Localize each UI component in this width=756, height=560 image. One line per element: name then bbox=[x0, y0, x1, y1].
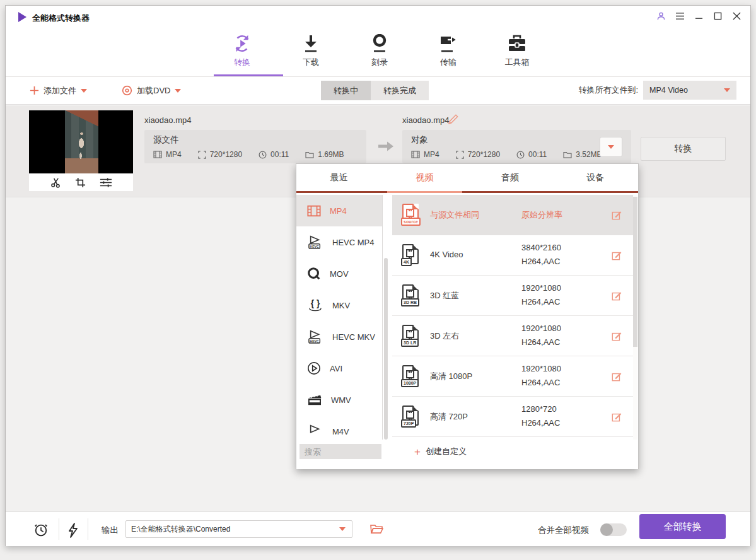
edit-preset-icon[interactable] bbox=[612, 412, 622, 422]
download-icon bbox=[303, 32, 319, 55]
preset-file-icon: 1080P bbox=[402, 365, 419, 385]
panel-tab-audio[interactable]: 音频 bbox=[467, 164, 553, 191]
preset-list: source 与源文件相同 原始分辨率 4K 4K Video 3840*216… bbox=[392, 195, 634, 437]
transfer-icon bbox=[439, 32, 458, 55]
svg-text:HEVC: HEVC bbox=[310, 339, 320, 343]
convert-icon bbox=[232, 32, 252, 55]
create-custom-label: 创建自定义 bbox=[426, 446, 467, 457]
source-box-title: 源文件 bbox=[153, 134, 179, 146]
preset-row-3d-rb[interactable]: 3D RB 3D 红蓝 1920*1080 H264,AAC bbox=[392, 276, 634, 316]
preset-file-icon: 720P bbox=[402, 405, 419, 426]
high-speed-icon[interactable] bbox=[67, 523, 79, 538]
wmv-clapper-icon bbox=[307, 394, 322, 406]
trim-scissors-icon[interactable] bbox=[50, 177, 61, 188]
format-label: HEVC MKV bbox=[332, 332, 375, 342]
preset-row-3d-lr[interactable]: 3D LR 3D 左右 1920*1080 H264,AAC bbox=[392, 316, 634, 356]
output-label: 输出 bbox=[102, 525, 119, 536]
burn-disc-icon bbox=[371, 32, 388, 55]
format-item-m4v[interactable]: M4V bbox=[296, 416, 382, 440]
tab-burn-label: 刻录 bbox=[371, 57, 388, 68]
merge-toggle[interactable] bbox=[600, 523, 627, 536]
maximize-icon[interactable] bbox=[712, 11, 723, 21]
panel-tab-device[interactable]: 设备 bbox=[553, 164, 639, 191]
open-folder-icon[interactable] bbox=[370, 523, 383, 535]
format-item-avi[interactable]: AVI bbox=[296, 353, 382, 384]
edit-preset-icon[interactable] bbox=[612, 331, 622, 341]
output-format-select[interactable]: MP4 Video bbox=[643, 81, 736, 100]
chevron-down-icon[interactable] bbox=[339, 527, 346, 531]
format-label: AVI bbox=[330, 364, 342, 373]
plus-icon bbox=[30, 86, 39, 95]
hevc-play-icon: HEVC bbox=[307, 330, 323, 344]
target-format: MP4 bbox=[411, 150, 439, 159]
format-item-mp4[interactable]: MP4 bbox=[296, 195, 382, 226]
effects-sliders-icon[interactable] bbox=[100, 177, 112, 188]
format-item-mkv[interactable]: { } MKV bbox=[296, 289, 382, 321]
format-label: M4V bbox=[332, 427, 349, 436]
video-thumbnail bbox=[29, 110, 133, 191]
edit-preset-icon[interactable] bbox=[612, 291, 622, 301]
app-window: 全能格式转换器 bbox=[5, 5, 751, 546]
tab-burn[interactable]: 刻录 bbox=[351, 28, 408, 70]
preset-list-scrollbar[interactable] bbox=[633, 195, 637, 468]
edit-preset-icon[interactable] bbox=[612, 371, 622, 382]
format-label: MKV bbox=[332, 301, 350, 310]
format-label: WMV bbox=[331, 395, 351, 405]
convert-all-to-label: 转换所有文件到: bbox=[578, 85, 638, 96]
resolution-icon bbox=[198, 151, 206, 159]
format-panel-tabs: 最近 视频 音频 设备 bbox=[296, 164, 638, 193]
panel-tab-video[interactable]: 视频 bbox=[382, 164, 468, 191]
convert-all-button[interactable]: 全部转换 bbox=[639, 514, 726, 539]
divider bbox=[59, 518, 59, 540]
output-path-input[interactable] bbox=[126, 525, 339, 534]
menu-icon[interactable] bbox=[675, 11, 685, 21]
toolbar: 添加文件 加载DVD 转换中 转换完成 转换所有文件到: MP4 Video bbox=[6, 77, 750, 105]
format-list-scrollbar[interactable] bbox=[384, 195, 388, 440]
edit-preset-icon[interactable] bbox=[612, 210, 622, 220]
account-icon[interactable] bbox=[656, 11, 666, 21]
tab-toolbox[interactable]: 工具箱 bbox=[489, 28, 545, 70]
source-duration: 00:11 bbox=[259, 150, 289, 159]
add-files-button[interactable]: 添加文件 bbox=[30, 77, 87, 104]
output-path-box bbox=[125, 520, 352, 538]
schedule-clock-icon[interactable] bbox=[33, 522, 49, 537]
crop-icon[interactable] bbox=[75, 177, 86, 188]
tab-download[interactable]: 下载 bbox=[282, 28, 339, 70]
format-item-mov[interactable]: MOV bbox=[296, 258, 382, 289]
target-box-title: 对象 bbox=[411, 134, 428, 146]
close-icon[interactable] bbox=[731, 11, 741, 21]
target-file-name: xiaodao.mp4 bbox=[402, 115, 449, 125]
edit-preset-icon[interactable] bbox=[612, 250, 622, 260]
tab-finished[interactable]: 转换完成 bbox=[371, 81, 429, 100]
search-input[interactable] bbox=[299, 444, 381, 459]
svg-text:{ }: { } bbox=[311, 299, 320, 308]
format-item-wmv[interactable]: WMV bbox=[296, 384, 382, 416]
tab-transfer[interactable]: 传输 bbox=[420, 28, 477, 70]
plus-icon: + bbox=[414, 446, 421, 457]
chevron-down-icon bbox=[175, 89, 181, 93]
resolution-icon bbox=[456, 151, 464, 159]
preset-row-1080p[interactable]: 1080P 高清 1080P 1920*1080 H264,AAC bbox=[392, 356, 634, 397]
preset-row-720p[interactable]: 720P 高清 720P 1280*720 H264,AAC bbox=[392, 397, 634, 437]
chevron-down-icon bbox=[724, 88, 730, 92]
hevc-play-icon: HEVC bbox=[307, 235, 323, 249]
app-logo-icon bbox=[18, 12, 26, 22]
tab-converting[interactable]: 转换中 bbox=[321, 81, 371, 100]
minimize-icon[interactable] bbox=[694, 11, 704, 21]
rename-edit-icon[interactable] bbox=[448, 114, 458, 124]
preset-row-source[interactable]: source 与源文件相同 原始分辨率 bbox=[392, 195, 634, 235]
tab-convert-label: 转换 bbox=[234, 57, 250, 68]
target-duration: 00:11 bbox=[516, 150, 547, 159]
format-item-hevc-mkv[interactable]: HEVC HEVC MKV bbox=[296, 321, 382, 353]
load-dvd-label: 加载DVD bbox=[137, 85, 170, 96]
tab-convert[interactable]: 转换 bbox=[214, 28, 270, 70]
panel-tab-recent[interactable]: 最近 bbox=[296, 164, 382, 191]
load-dvd-button[interactable]: 加载DVD bbox=[122, 77, 181, 104]
convert-button[interactable]: 转换 bbox=[641, 137, 726, 161]
format-item-hevc-mp4[interactable]: HEVC HEVC MP4 bbox=[296, 226, 382, 258]
create-custom-button[interactable]: + 创建自定义 bbox=[414, 446, 467, 457]
target-format-dropdown-button[interactable] bbox=[600, 137, 622, 157]
source-preset-icon: source bbox=[402, 204, 419, 224]
preset-row-4k[interactable]: 4K 4K Video 3840*2160 H264,AAC bbox=[392, 235, 634, 276]
source-file-name: xiaodao.mp4 bbox=[144, 115, 191, 125]
